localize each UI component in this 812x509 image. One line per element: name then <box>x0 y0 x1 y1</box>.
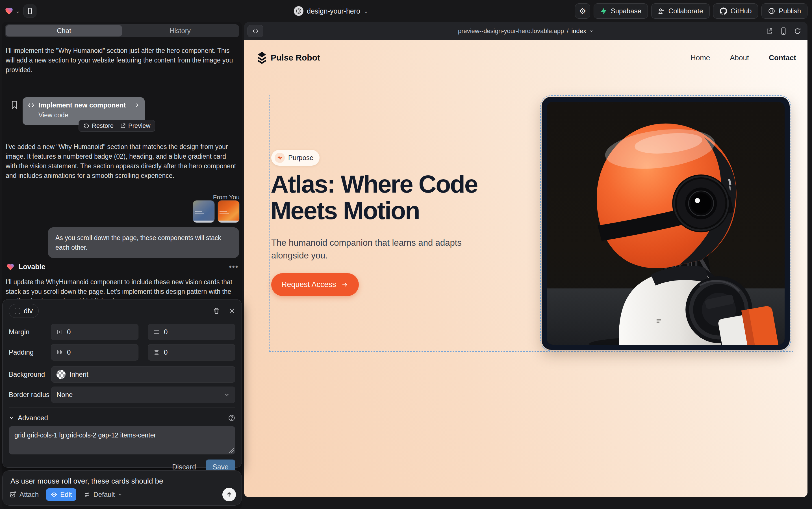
collaborate-icon <box>658 7 665 15</box>
chat-tabbar: Chat History <box>5 24 239 37</box>
refresh-icon[interactable] <box>794 27 801 35</box>
nav-home[interactable]: Home <box>691 54 710 62</box>
purpose-badge: Purpose <box>271 150 320 166</box>
chevron-down-icon: ⌄ <box>15 8 20 14</box>
site-nav: Home About Contact <box>691 54 796 62</box>
code-icon <box>28 102 34 109</box>
github-label: GitHub <box>731 7 752 15</box>
tab-history[interactable]: History <box>122 25 238 36</box>
hero-heading-line-2: Meets Motion <box>271 197 477 224</box>
mobile-view-icon[interactable] <box>780 27 786 35</box>
sliders-icon <box>84 491 90 498</box>
hero-subtitle: The humanoid companion that learns and a… <box>271 236 469 262</box>
tab-chat[interactable]: Chat <box>6 25 122 36</box>
preview-button[interactable]: Preview <box>120 122 150 130</box>
attach-label: Attach <box>20 490 39 499</box>
padding-x-input[interactable]: 0 <box>51 344 139 361</box>
selected-element-pill[interactable]: div <box>9 304 39 318</box>
dashed-element-icon <box>15 308 20 314</box>
close-icon[interactable] <box>229 307 235 314</box>
thumb-footer <box>218 220 239 223</box>
margin-x-input[interactable]: 0 <box>51 324 139 340</box>
card-hover-toolbar: Restore Preview <box>79 120 155 132</box>
message-menu-icon[interactable]: ••• <box>229 263 238 271</box>
nav-contact[interactable]: Contact <box>769 54 796 62</box>
padding-x-value: 0 <box>67 348 71 356</box>
border-radius-label: Border radius <box>9 391 51 399</box>
background-input[interactable]: Inherit <box>51 366 235 383</box>
publish-globe-icon <box>768 7 775 15</box>
margin-y-value: 0 <box>164 328 168 336</box>
lovable-heart-icon <box>6 263 15 271</box>
margin-y-input[interactable]: 0 <box>148 324 235 340</box>
url-separator: / <box>567 27 568 35</box>
github-button[interactable]: GitHub <box>713 3 758 19</box>
nav-about[interactable]: About <box>730 54 749 62</box>
restore-icon <box>83 123 89 129</box>
publish-button[interactable]: Publish <box>762 3 808 19</box>
padding-y-input[interactable]: 0 <box>148 344 235 361</box>
attachment-thumbnail-orange[interactable] <box>218 200 239 223</box>
advanced-label[interactable]: Advanced <box>18 414 48 422</box>
component-card-title: Implement new component <box>38 101 126 109</box>
lovable-heart-icon <box>4 6 13 15</box>
hero-heading: Atlas: Where Code Meets Motion <box>271 171 477 224</box>
hero-robot-card <box>542 97 790 350</box>
project-name: design-your-hero <box>307 7 360 15</box>
edit-label: Edit <box>60 490 72 499</box>
margin-horizontal-icon <box>56 329 63 335</box>
margin-label: Margin <box>9 328 51 336</box>
thumb-footer <box>193 220 215 223</box>
pulse-icon <box>274 153 285 163</box>
site-brand[interactable]: Pulse Robot <box>257 52 320 64</box>
target-icon <box>50 491 58 498</box>
chevron-down-icon[interactable] <box>9 415 14 421</box>
attach-button[interactable]: Attach <box>9 490 39 499</box>
thumb-text-line <box>220 213 229 213</box>
tailwind-classes-textarea[interactable]: grid grid-cols-1 lg:grid-cols-2 gap-12 i… <box>9 426 235 454</box>
top-bar: ⌄ design-your-hero ⌄ ⚙ Supabase Collabor… <box>0 0 812 22</box>
site-header: Pulse Robot Home About Contact <box>257 50 796 66</box>
bookmark-icon[interactable] <box>11 101 18 109</box>
chevron-down-icon <box>589 29 594 33</box>
lovable-logo-menu[interactable]: ⌄ <box>4 6 20 15</box>
restore-label: Restore <box>92 122 114 130</box>
open-in-new-tab-icon[interactable] <box>766 27 773 35</box>
external-link-icon <box>120 123 126 129</box>
assistant-name: Lovable <box>19 263 45 271</box>
project-switcher[interactable]: design-your-hero ⌄ <box>294 0 368 22</box>
padding-vertical-icon <box>153 349 160 356</box>
border-radius-select[interactable]: None <box>51 386 235 403</box>
preview-page: index <box>571 27 586 35</box>
color-swatch-icon <box>57 370 66 379</box>
discard-button[interactable]: Discard <box>172 463 196 471</box>
project-globe-icon <box>294 6 303 16</box>
model-selector[interactable]: Default <box>84 490 123 499</box>
thumb-text-line <box>195 213 204 213</box>
padding-label: Padding <box>9 348 51 356</box>
supabase-button[interactable]: Supabase <box>594 3 648 19</box>
hero-heading-line-1: Atlas: Where Code <box>271 171 477 197</box>
settings-button[interactable]: ⚙ <box>575 3 590 19</box>
request-access-label: Request Access <box>282 280 336 289</box>
collaborate-button[interactable]: Collaborate <box>651 3 710 19</box>
send-button[interactable] <box>222 488 236 501</box>
preview-label: Preview <box>128 122 150 130</box>
attachment-thumbnail-blue[interactable] <box>193 200 215 223</box>
preview-url: preview--design-your-hero.lovable.app <box>458 27 564 35</box>
resize-handle[interactable] <box>229 448 234 453</box>
trash-icon[interactable] <box>213 307 220 314</box>
thumb-text-line <box>195 211 202 211</box>
toggle-sidebar-button[interactable] <box>24 4 36 18</box>
view-code-link[interactable]: View code <box>38 111 140 119</box>
purpose-badge-label: Purpose <box>288 154 313 162</box>
chevron-down-icon <box>224 392 230 398</box>
request-access-button[interactable]: Request Access <box>271 273 359 296</box>
padding-horizontal-icon <box>56 349 63 356</box>
help-icon[interactable] <box>228 414 235 421</box>
composer-input[interactable]: As user mouse roll over, these cards sho… <box>10 477 234 485</box>
chat-composer[interactable]: As user mouse roll over, these cards sho… <box>2 470 242 506</box>
restore-button[interactable]: Restore <box>83 122 114 130</box>
preview-url-bar[interactable]: preview--design-your-hero.lovable.app / … <box>244 22 808 40</box>
edit-mode-button[interactable]: Edit <box>46 488 76 501</box>
